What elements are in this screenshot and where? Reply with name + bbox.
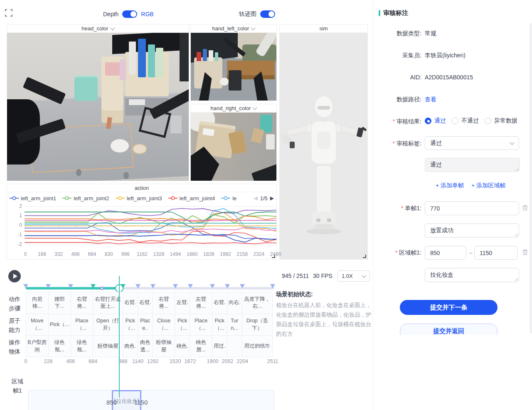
table-cell[interactable]: 高度下降，右...	[242, 292, 272, 314]
resize-corner-icon[interactable]	[363, 255, 366, 258]
fullscreen-icon[interactable]	[5, 9, 12, 17]
table-cell[interactable]: Pick（...	[123, 314, 138, 335]
step-marker-icon[interactable]	[210, 284, 215, 288]
hand-right-camera-header[interactable]: hand_right_color	[191, 104, 276, 113]
frame-axis-label: 1672	[185, 358, 196, 364]
resize-corner-icon[interactable]	[272, 255, 275, 258]
table-cell[interactable]: 右臂.	[212, 292, 227, 314]
legend-prev-icon[interactable]: ◀	[254, 195, 257, 201]
table-cell[interactable]: Drop（丢下）	[242, 314, 272, 335]
trajectory-toggle[interactable]	[260, 10, 275, 18]
table-cell[interactable]: Close（...	[153, 314, 175, 335]
scene-bottle-teal	[148, 44, 155, 77]
chart-plot-area[interactable]	[25, 203, 276, 250]
legend-item[interactable]: left_arm_joint4	[168, 195, 215, 201]
row-label-skills: 原子能力	[7, 317, 22, 334]
table-cell[interactable]: 绿色瓶...	[49, 336, 71, 357]
region-frame-note[interactable]: 拉化妆盒	[425, 268, 519, 282]
table-cell[interactable]: 绿色瓶...	[71, 336, 94, 357]
delete-single-frame-icon[interactable]	[522, 204, 528, 213]
review-tag-note[interactable]: 通过	[425, 158, 520, 172]
single-frame-note[interactable]: 放置成功	[425, 223, 519, 238]
step-marker-icon[interactable]	[46, 284, 51, 288]
legend-item[interactable]: left_arm_joint3	[116, 195, 162, 201]
sim-viewport[interactable]	[280, 33, 367, 259]
resize-grip-icon[interactable]	[514, 277, 518, 281]
table-cell[interactable]: Place（...	[190, 314, 212, 335]
depth-label: Depth	[103, 11, 118, 17]
table-cell[interactable]: 左臂将...	[190, 292, 212, 314]
step-marker-icon[interactable]	[173, 284, 178, 288]
submit-back-button[interactable]: 提交并返回	[400, 324, 498, 335]
region-start-input[interactable]: 850	[425, 246, 466, 260]
region-track-bar[interactable]: 拉化妆盒	[28, 390, 274, 410]
radio-icon	[425, 118, 431, 124]
table-cell[interactable]: 肉色透...	[138, 336, 153, 357]
step-marker-icon[interactable]	[188, 284, 193, 288]
add-region-frame-link[interactable]: + 添加区域帧	[471, 182, 505, 189]
trajectory-toggle-group: 轨迹图	[239, 10, 275, 18]
table-cell[interactable]: 粉饼抽屉	[153, 336, 175, 357]
review-tag-select[interactable]: 通过	[425, 136, 519, 150]
single-frame-input[interactable]: 770	[425, 201, 519, 215]
region-end-input[interactable]: 1150	[474, 246, 517, 260]
table-cell[interactable]: Move（...	[26, 314, 49, 335]
legend-item[interactable]: le	[221, 195, 236, 201]
table-cell[interactable]: Pick（...	[212, 314, 227, 335]
table-cell[interactable]	[227, 336, 242, 357]
frame-axis-label: 0	[25, 358, 27, 364]
table-cell[interactable]: 右臂将...	[71, 292, 94, 314]
data-path-link[interactable]: 查看	[425, 96, 436, 103]
delete-region-frame-icon[interactable]	[522, 249, 528, 257]
resize-grip-icon[interactable]	[515, 167, 519, 171]
step-marker-icon[interactable]	[121, 284, 126, 288]
table-cell[interactable]: 腰部下...	[49, 292, 71, 314]
legend-next-icon[interactable]: ▶	[270, 195, 274, 201]
table-cell[interactable]: 桃色.	[175, 336, 190, 357]
play-button[interactable]	[8, 270, 21, 282]
table-cell[interactable]: 向前移...	[26, 292, 49, 314]
hand-left-camera-header[interactable]: hand_left_color	[191, 25, 276, 33]
step-marker-icon[interactable]	[91, 284, 96, 288]
playhead-line[interactable]	[119, 276, 120, 398]
legend-item[interactable]: left_arm_joint1	[10, 195, 56, 201]
table-cell[interactable]: 右臂将...	[153, 292, 175, 314]
step-marker-icon[interactable]	[270, 284, 275, 288]
scrollbar[interactable]	[530, 23, 532, 334]
table-cell[interactable]: Pick（...	[49, 314, 71, 335]
submit-next-button[interactable]: 提交并下一条	[400, 300, 498, 315]
step-marker-icon[interactable]	[68, 284, 73, 288]
table-cell[interactable]: 用过的纸巾	[242, 336, 272, 357]
radio-option[interactable]: 通过	[425, 117, 446, 125]
table-cell[interactable]: 左臂.	[175, 292, 190, 314]
table-cell[interactable]: Place（...	[71, 314, 94, 335]
table-cell[interactable]: B户型房间	[26, 336, 49, 357]
table-cell[interactable]: 用过.	[212, 336, 227, 357]
sim-header: sim	[280, 25, 367, 33]
step-marker-icon[interactable]	[23, 284, 28, 288]
table-cell[interactable]: 右臂.	[123, 292, 138, 314]
speed-select[interactable]: 1.0X	[337, 270, 370, 282]
radio-option[interactable]: 异常数据	[485, 117, 517, 125]
table-cell[interactable]: 桃色唇...	[190, 336, 212, 357]
legend-item[interactable]: left_arm_joint2	[62, 195, 109, 201]
table-cell[interactable]: Place..	[138, 314, 153, 335]
step-marker-icon[interactable]	[240, 284, 245, 288]
head-camera-header[interactable]: head_color	[7, 25, 189, 33]
step-marker-icon[interactable]	[135, 284, 140, 288]
aid-label: AID:	[373, 74, 421, 81]
table-cell[interactable]: 向右.	[227, 292, 242, 314]
radio-option[interactable]: 不通过	[452, 117, 479, 125]
depth-rgb-toggle-group: Depth RGB	[103, 10, 154, 18]
depth-rgb-toggle[interactable]	[122, 10, 137, 18]
legend-marker-icon	[168, 196, 177, 200]
table-cell[interactable]: Turn...	[227, 314, 242, 335]
step-marker-icon[interactable]	[225, 284, 230, 288]
resize-grip-icon[interactable]	[514, 233, 518, 236]
table-cell[interactable]: 肉色.	[123, 336, 138, 357]
table-cell[interactable]: 右臂.	[138, 292, 153, 314]
rgb-label: RGB	[141, 11, 153, 17]
table-cell[interactable]: Pick（...	[175, 314, 190, 335]
add-single-frame-link[interactable]: + 添加单帧	[436, 182, 464, 189]
step-marker-icon[interactable]	[150, 284, 155, 288]
